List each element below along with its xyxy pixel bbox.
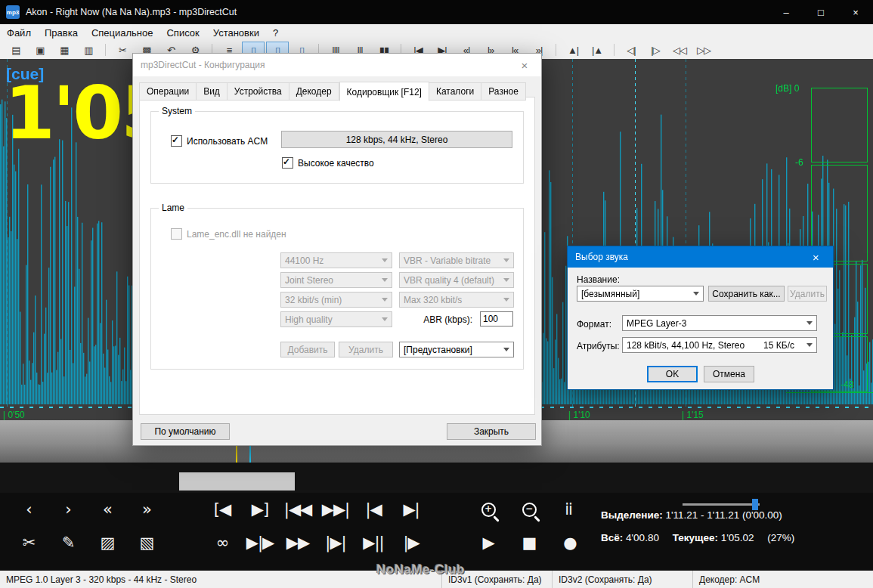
config-dialog-titlebar[interactable]: mp3DirectCut - Конфигурация × bbox=[133, 54, 541, 76]
record-button[interactable]: ● bbox=[555, 528, 585, 557]
menu-help[interactable]: ? bbox=[266, 26, 285, 40]
jump-sel-start-button[interactable]: [◀ bbox=[207, 495, 237, 524]
lame-group-label: Lame bbox=[159, 203, 187, 213]
gain-down-icon[interactable]: ◁◁ bbox=[668, 42, 691, 58]
tab-misc[interactable]: Разное bbox=[481, 82, 526, 101]
acm-format-button[interactable]: 128 kbps, 44 kHz, Stereo bbox=[281, 131, 512, 148]
edit-button[interactable]: ✎ bbox=[53, 528, 83, 557]
scrollbar-thumb[interactable] bbox=[179, 472, 295, 491]
magnifier-icon: + bbox=[481, 503, 496, 517]
defaults-button[interactable]: По умолчанию bbox=[141, 423, 230, 440]
sound-name-select[interactable]: [безымянный] bbox=[577, 286, 704, 302]
tab-encoder[interactable]: Кодировщик [F12] bbox=[339, 82, 429, 101]
max-bitrate-select: Max 320 kbit/s bbox=[399, 292, 514, 308]
menu-special[interactable]: Специальное bbox=[85, 26, 160, 40]
tab-view[interactable]: Вид bbox=[197, 82, 228, 101]
selection-label: Выделение: bbox=[601, 509, 663, 521]
menu-settings[interactable]: Установки bbox=[206, 26, 266, 40]
menu-file[interactable]: Файл bbox=[0, 26, 38, 40]
save-icon[interactable]: ▣ bbox=[29, 42, 51, 58]
auto-cue-icon[interactable]: |▲ bbox=[586, 42, 608, 58]
tab-directories[interactable]: Каталоги bbox=[429, 82, 481, 101]
sound-dialog: Выбор звука × Название: [безымянный] Сох… bbox=[567, 246, 834, 390]
lame-notfound-checkbox: Lame_enc.dll не найден bbox=[171, 228, 286, 240]
cancel-button[interactable]: Отмена bbox=[704, 366, 754, 382]
chevron-down-icon bbox=[382, 278, 388, 282]
chevron-down-icon bbox=[503, 258, 509, 262]
overview-selection-marker bbox=[249, 443, 251, 463]
fade-in-icon[interactable]: ◁| bbox=[620, 42, 642, 58]
selection-info: Выделение: 1'11.21 - 1'11.21 (0'00.00) bbox=[601, 509, 867, 521]
goto-end-button[interactable]: ▶| bbox=[396, 495, 426, 524]
menu-edit[interactable]: Правка bbox=[38, 26, 85, 40]
tab-devices[interactable]: Устройства bbox=[228, 82, 289, 101]
system-group-label: System bbox=[159, 106, 195, 116]
stop-button[interactable]: ■ bbox=[514, 528, 544, 557]
jump-sel-end-button[interactable]: ▶] bbox=[245, 495, 275, 524]
zoom-selection-button[interactable]: ii bbox=[553, 495, 584, 524]
menu-list[interactable]: Список bbox=[159, 26, 206, 40]
tab-decoder[interactable]: Декодер bbox=[289, 82, 339, 101]
attributes-select[interactable]: 128 kBit/s, 44,100 Hz, Stereo15 КБ/с bbox=[622, 337, 817, 353]
channel-mode-select: Joint Stereo bbox=[280, 272, 392, 288]
volume-slider[interactable] bbox=[683, 503, 760, 506]
format-label: Формат: bbox=[577, 319, 611, 330]
play-from-button[interactable]: |▶ bbox=[396, 528, 426, 557]
presets-select[interactable]: [Предустановки] bbox=[399, 342, 514, 357]
chevron-down-icon bbox=[503, 298, 509, 302]
close-button[interactable]: × bbox=[838, 0, 873, 24]
open-file-icon[interactable]: ▤ bbox=[5, 42, 27, 58]
goto-begin-button[interactable]: |◀ bbox=[358, 495, 389, 524]
min-bitrate-select: 32 kbit/s (min) bbox=[280, 292, 392, 308]
abr-input[interactable] bbox=[480, 311, 513, 326]
db-tick-minus6: -6 bbox=[795, 157, 803, 168]
prev-cue-button[interactable]: |◀◀ bbox=[283, 495, 313, 524]
percent-value: (27%) bbox=[767, 532, 794, 543]
rewind-button[interactable]: « bbox=[92, 495, 122, 524]
batch-icon[interactable]: ▥ bbox=[77, 42, 100, 58]
cut-selection-button[interactable]: ✂ bbox=[14, 528, 44, 557]
sound-dialog-title: Выбор звука bbox=[575, 252, 628, 262]
high-quality-checkbox[interactable]: Высокое качество bbox=[282, 157, 374, 169]
save-as-button[interactable]: Сохранить как... bbox=[708, 286, 785, 302]
ok-button[interactable]: OK bbox=[647, 366, 698, 382]
prev-frame-button[interactable]: ‹ bbox=[14, 495, 44, 524]
config-close-button[interactable]: Закрыть bbox=[447, 423, 536, 440]
add-preset-button: Добавить bbox=[280, 342, 335, 357]
sound-dialog-titlebar[interactable]: Выбор звука × bbox=[568, 246, 833, 268]
tab-operations[interactable]: Операции bbox=[139, 82, 197, 101]
minimize-button[interactable]: – bbox=[769, 0, 803, 24]
gain-up-icon[interactable]: ▷▷ bbox=[692, 42, 715, 58]
next-frame-button[interactable]: › bbox=[53, 495, 83, 524]
play-button[interactable]: ▶ bbox=[473, 528, 503, 557]
play-fast-button[interactable]: ▶▶ bbox=[283, 528, 313, 557]
maximize-button[interactable]: □ bbox=[803, 0, 838, 24]
silence-button[interactable]: ▧ bbox=[132, 528, 162, 557]
forward-button[interactable]: » bbox=[132, 495, 162, 524]
fade-out-icon[interactable]: |▷ bbox=[644, 42, 667, 58]
format-select[interactable]: MPEG Layer-3 bbox=[622, 315, 817, 331]
config-dialog-title: mp3DirectCut - Конфигурация bbox=[141, 60, 265, 70]
time-mark: | 1'15 bbox=[682, 410, 704, 420]
loop-button[interactable]: ∞ bbox=[207, 528, 237, 557]
volume-slider-handle[interactable] bbox=[752, 499, 758, 510]
play-selection-button[interactable]: |▶| bbox=[320, 528, 351, 557]
sound-dialog-close-icon[interactable]: × bbox=[799, 246, 833, 268]
set-cue-icon[interactable]: ▲| bbox=[562, 42, 584, 58]
save-part-icon[interactable]: ▦ bbox=[53, 42, 76, 58]
crop-button[interactable]: ▨ bbox=[92, 528, 122, 557]
watermark: NoNaMe-Club bbox=[376, 562, 465, 577]
cut-icon[interactable]: ✂ bbox=[111, 42, 134, 58]
config-dialog-close-icon[interactable]: × bbox=[508, 54, 541, 76]
db-tick-minus48: -48 bbox=[840, 379, 853, 390]
playback-info: Выделение: 1'11.21 - 1'11.21 (0'00.00) В… bbox=[601, 496, 867, 543]
play-skip-button[interactable]: ▶|▶ bbox=[245, 528, 275, 557]
samplerate-select: 44100 Hz bbox=[280, 252, 392, 268]
next-cue-button[interactable]: ▶▶| bbox=[320, 495, 351, 524]
abr-label: ABR (kbps): bbox=[363, 314, 472, 325]
play-to-end-button[interactable]: ▶|| bbox=[358, 528, 389, 557]
zoom-out-button[interactable]: − bbox=[514, 495, 544, 524]
use-acm-checkbox[interactable]: Использовать ACM bbox=[171, 135, 268, 147]
zoom-in-button[interactable]: + bbox=[473, 495, 503, 524]
vbr-mode-select: VBR - Variable bitrate bbox=[399, 252, 514, 268]
